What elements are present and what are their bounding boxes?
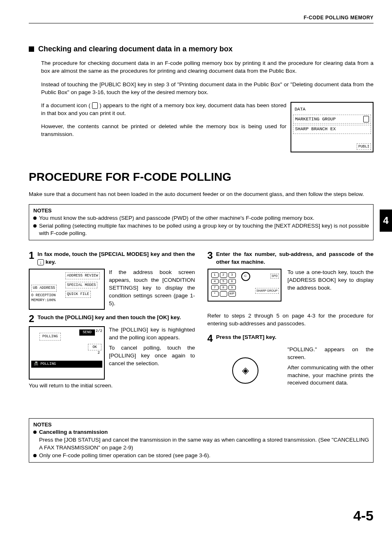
step-title: Press the [START] key.	[216, 334, 277, 343]
step-text: If the address book screen appears, touc…	[109, 269, 195, 310]
note-item: Serial polling (selecting multiple fax m…	[39, 222, 369, 238]
text-fragment: key.	[46, 259, 56, 265]
ub-address-key: UB ADDRESS	[31, 285, 57, 292]
step-1: 1 In fax mode, touch the [SPECIAL MODES]…	[29, 251, 195, 266]
bullet-icon	[33, 224, 37, 228]
step-number: 2	[29, 314, 34, 324]
panel-item: SHARP BRANCH EX	[295, 126, 336, 132]
keypad-key: 4	[211, 279, 219, 284]
step2-panel: 2/2 POLLING SEND OK 2 📠 POLLING	[29, 326, 105, 380]
step-title: In fax mode, touch the [SPECIAL MODES] k…	[37, 251, 195, 266]
step-title: Enter the fax number, sub-address, and p…	[216, 251, 374, 266]
step-text: After communicating with the other machi…	[288, 364, 374, 387]
down-arrow-key-icon: ↓	[37, 259, 44, 265]
step3-keypad: 1 2 3 4 5 6 7 8 9 * #/P	[208, 269, 284, 310]
page-number: 4-5	[353, 506, 374, 526]
notes-heading: NOTES	[33, 207, 369, 214]
document-icon	[92, 102, 98, 109]
step-4: 4 Press the [START] key.	[208, 334, 374, 343]
keypad-key: 2	[220, 272, 227, 277]
step-3: 3 Enter the fax number, sub-address, and…	[208, 251, 374, 266]
note-subtitle: Cancelling a transmission	[39, 429, 108, 435]
keypad-key: 8	[220, 285, 227, 290]
memory-status: MEMORY:100%	[31, 298, 55, 302]
start-button-illustration: ◈	[208, 346, 284, 395]
step-number: 3	[208, 251, 213, 266]
step-text: To cancel polling, touch the [POLLING] k…	[109, 344, 195, 368]
special-modes-key: SPECIAL MODES	[65, 282, 97, 289]
step-number: 4	[208, 334, 213, 343]
spd-key: SPD	[270, 274, 279, 279]
keypad-key: 5	[220, 279, 227, 284]
public-tag: PUBLI	[357, 143, 371, 150]
square-bullet-icon	[29, 46, 34, 52]
panel-label: DATA	[295, 106, 305, 113]
panel-item: MARKETING GROUP	[295, 116, 336, 122]
notes-box-bottom: NOTES Cancelling a transmission Press th…	[29, 418, 374, 463]
keypad-key: 1	[211, 272, 219, 277]
procedure-title: PROCEDURE FOR F-CODE POLLING	[29, 169, 374, 185]
clear-key-icon: C	[241, 272, 250, 281]
text-fragment: In fax mode, touch the [SPECIAL MODES] k…	[37, 251, 195, 257]
step3-footer: Refer to steps 2 through 5 on page 4-3 f…	[208, 312, 374, 328]
keypad-key: #/P	[228, 291, 236, 296]
section-title-text: Checking and clearing document data in a…	[38, 44, 233, 54]
step-title: Touch the [POLLING] key and then touch t…	[37, 314, 181, 324]
polling-key: POLLING	[39, 333, 61, 341]
status-text: O RECEPTION	[31, 293, 55, 297]
paragraph: Instead of touching the [PUBLIC BOX] key…	[41, 81, 374, 97]
ok-key: OK	[88, 344, 101, 351]
document-icon	[363, 116, 369, 122]
memory-box-panel: DATA MARKETING GROUP SHARP BRANCH EX PUB…	[291, 102, 374, 152]
page-count: 2/2	[96, 329, 102, 334]
bullet-icon	[33, 454, 37, 457]
text-fragment: If a document icon (	[41, 102, 90, 108]
sharp-group-key: SHARP GROUP	[255, 288, 279, 294]
step1-panel: ADDRESS REVIEW SPECIAL MODES QUICK FILE …	[29, 269, 105, 310]
page-header: F-CODE POLLING MEMORY	[29, 14, 374, 23]
note-item: Only one F-code polling timer operation …	[39, 452, 210, 460]
step-number: 1	[29, 251, 34, 266]
notes-box: NOTES You must know the sub-address (SEP…	[29, 204, 374, 241]
start-diamond-icon: ◈	[232, 357, 258, 384]
step-text: "POLLING." appears on the screen.	[288, 346, 374, 362]
keypad-key: 3	[228, 272, 236, 277]
keypad-key: 9	[228, 285, 236, 290]
bullet-icon	[33, 431, 37, 434]
step-text: The [POLLING] key is highlighted and the…	[109, 326, 195, 342]
keypad-key	[220, 291, 227, 296]
quick-file-key: QUICK FILE	[65, 291, 91, 298]
address-review-key: ADDRESS REVIEW	[65, 272, 100, 279]
paragraph: The procedure for checking document data…	[41, 60, 374, 75]
send-key: SEND	[79, 329, 95, 336]
bar-label: POLLING	[40, 362, 56, 366]
step-2: 2 Touch the [POLLING] key and then touch…	[29, 314, 195, 324]
section-heading: Checking and clearing document data in a…	[29, 44, 374, 54]
polling-icon-bar: 📠 POLLING	[31, 361, 102, 368]
chapter-tab: 4	[380, 210, 392, 232]
section-body: The procedure for checking document data…	[41, 60, 374, 154]
keypad-key: 7	[211, 285, 219, 290]
note-item: You must know the sub-address (SEP) and …	[39, 214, 314, 222]
notes-heading: NOTES	[33, 421, 369, 428]
page-count2: 2	[98, 350, 100, 356]
procedure-intro: Make sure that a document has not been l…	[29, 191, 374, 198]
note-item: Press the [JOB STATUS] and cancel the tr…	[39, 437, 369, 451]
step-text: To use a one-touch key, touch the [ADDRE…	[288, 269, 374, 292]
keypad-key: *	[211, 291, 219, 296]
bullet-icon	[33, 216, 37, 220]
keypad-key: 6	[228, 279, 236, 284]
step2-footer: You will return to the initial screen.	[29, 382, 195, 390]
